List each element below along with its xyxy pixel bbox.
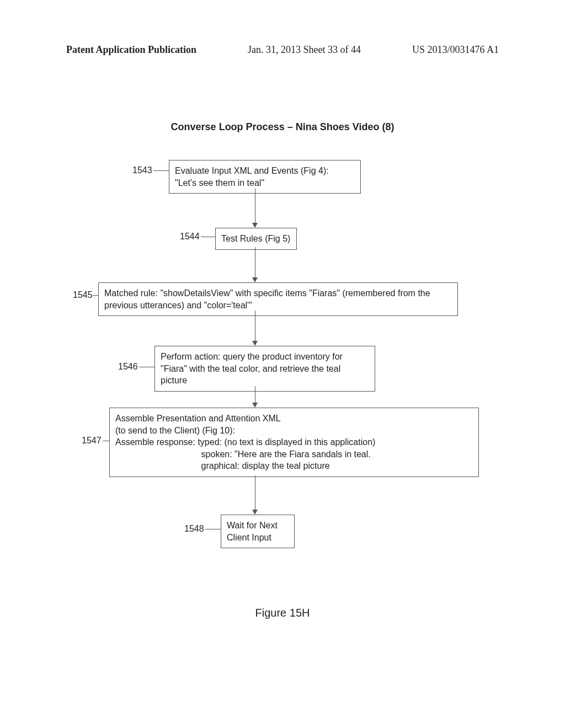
flow-ref-1545: 1545 — [73, 290, 93, 300]
flow-box-1547: Assemble Presentation and Attention XML … — [109, 408, 479, 477]
leader-line-1543 — [153, 170, 169, 171]
flow-box-1548: Wait for Next Client Input — [221, 515, 295, 548]
flow-box-1546: Perform action: query the product invent… — [154, 346, 375, 392]
leader-line-1547 — [103, 441, 109, 441]
arrow-head-icon — [252, 341, 258, 346]
header-right: US 2013/0031476 A1 — [412, 44, 499, 56]
flow-ref-1546: 1546 — [118, 362, 138, 372]
flow-ref-1544: 1544 — [180, 232, 200, 242]
flow-arrow — [255, 247, 255, 277]
flow-arrow — [255, 189, 255, 223]
diagram-title: Converse Loop Process – Nina Shoes Video… — [0, 121, 565, 133]
flow-arrow — [255, 475, 255, 510]
arrow-head-icon — [252, 277, 258, 282]
flow-ref-1548: 1548 — [184, 524, 204, 534]
flow-box-1544: Test Rules (Fig 5) — [215, 228, 297, 250]
header-left: Patent Application Publication — [66, 44, 196, 56]
leader-line-1545 — [93, 295, 98, 296]
flow-ref-1543: 1543 — [132, 165, 152, 175]
arrow-head-icon — [252, 510, 258, 515]
arrow-head-icon — [252, 223, 258, 228]
leader-line-1546 — [139, 367, 154, 367]
flow-box-1545: Matched rule: "showDetailsView" with spe… — [98, 282, 458, 316]
flow-box-1543: Evaluate Input XML and Events (Fig 4): "… — [169, 160, 361, 194]
flow-arrow — [255, 311, 255, 341]
figure-caption: Figure 15H — [0, 607, 565, 619]
flow-ref-1547: 1547 — [82, 436, 102, 446]
header-center: Jan. 31, 2013 Sheet 33 of 44 — [248, 44, 361, 56]
flow-arrow — [255, 386, 255, 403]
arrow-head-icon — [252, 403, 258, 408]
page-header: Patent Application Publication Jan. 31, … — [66, 44, 499, 56]
leader-line-1544 — [201, 237, 215, 237]
leader-line-1548 — [205, 529, 221, 529]
